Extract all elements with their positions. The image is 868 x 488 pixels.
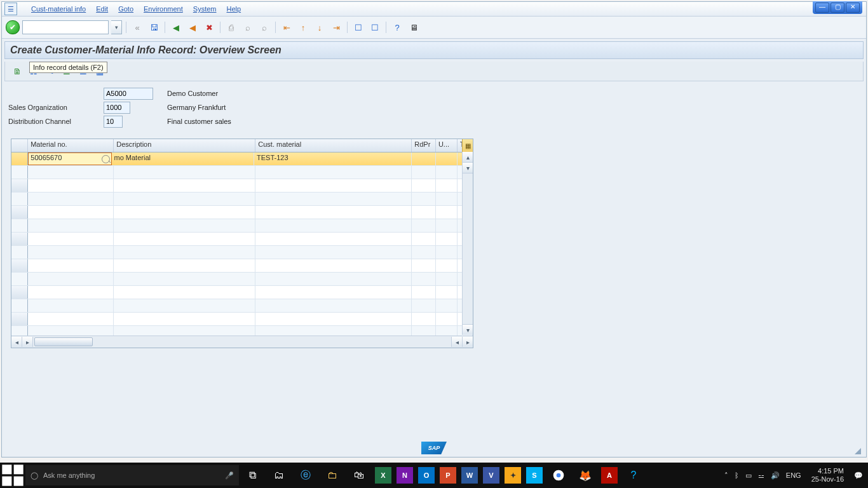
distch-field[interactable] xyxy=(104,116,123,128)
scroll-thumb[interactable] xyxy=(34,337,93,346)
app-menu-icon[interactable]: ☰ xyxy=(4,3,17,15)
col-uom[interactable]: U... xyxy=(436,139,458,152)
skype-icon[interactable]: S xyxy=(526,467,543,484)
resize-grip-icon[interactable] xyxy=(855,448,861,454)
info-record-details-button[interactable]: 🗎 xyxy=(10,64,24,78)
powerpoint-icon[interactable]: P xyxy=(440,467,456,484)
col-material[interactable]: Material no. xyxy=(28,139,114,152)
table-row[interactable] xyxy=(11,179,473,193)
chrome-icon[interactable] xyxy=(545,463,572,488)
enter-button[interactable]: ✔ xyxy=(6,20,20,34)
prev-page-icon[interactable]: ↑ xyxy=(296,20,310,34)
scroll-right2-icon[interactable]: ▸ xyxy=(462,337,473,347)
edge-icon[interactable]: ⓔ xyxy=(292,463,319,488)
command-dropdown[interactable]: ▾ xyxy=(111,20,122,34)
table-row[interactable] xyxy=(11,273,473,286)
col-rdpr[interactable]: RdPr xyxy=(412,139,436,152)
command-field[interactable] xyxy=(22,20,109,34)
action-center-icon[interactable]: 💬 xyxy=(854,471,863,480)
table-row[interactable] xyxy=(11,166,473,179)
folder-icon[interactable]: 🗀 xyxy=(319,463,346,488)
menu-system[interactable]: System xyxy=(193,2,217,16)
language-indicator[interactable]: ENG xyxy=(786,471,801,479)
scroll-left-icon[interactable]: ◂ xyxy=(11,337,22,347)
grid-config-button[interactable]: ▦ xyxy=(462,139,473,152)
print-icon[interactable]: ⎙ xyxy=(224,20,238,34)
table-row[interactable] xyxy=(11,299,473,313)
back-icon[interactable]: ◀ xyxy=(169,20,183,34)
table-row[interactable] xyxy=(11,206,473,219)
close-button[interactable]: ✕ xyxy=(846,3,860,13)
file-explorer-icon[interactable]: 🗂 xyxy=(266,463,292,488)
table-row[interactable] xyxy=(11,259,473,273)
task-view-icon[interactable]: ⧉ xyxy=(239,463,266,488)
find-icon[interactable]: ⌕ xyxy=(241,20,255,34)
table-row[interactable] xyxy=(11,313,473,326)
table-row[interactable] xyxy=(11,286,473,299)
excel-icon[interactable]: X xyxy=(375,467,391,484)
menu-help[interactable]: Help xyxy=(226,2,241,16)
cortana-icon: ◯ xyxy=(31,471,38,480)
new-session-icon[interactable]: ☐ xyxy=(351,20,365,34)
table-row[interactable]: 50065670 mo Material TEST-123 xyxy=(11,152,473,166)
visio-icon[interactable]: V xyxy=(483,467,499,484)
store-icon[interactable]: 🛍 xyxy=(346,463,372,488)
help-icon[interactable]: ? xyxy=(390,20,404,34)
mic-icon[interactable]: 🎤 xyxy=(225,471,234,480)
salesorg-field[interactable] xyxy=(104,102,130,114)
wifi-icon[interactable]: ⚍ xyxy=(758,471,764,480)
table-row[interactable] xyxy=(11,233,473,246)
minimize-button[interactable]: — xyxy=(815,3,829,13)
scroll-left2-icon[interactable]: ▸ xyxy=(22,337,33,347)
sap-logon-icon[interactable]: ✦ xyxy=(505,467,521,484)
clock-time: 4:15 PM xyxy=(811,467,844,475)
scroll-down-icon[interactable]: ▾ xyxy=(463,163,473,173)
save-icon[interactable]: 🖫 xyxy=(147,20,161,34)
scroll-bottom-icon[interactable]: ▾ xyxy=(463,324,473,335)
menu-goto[interactable]: Goto xyxy=(118,2,133,16)
cancel-icon[interactable]: ✖ xyxy=(202,20,216,34)
col-cust-material[interactable]: Cust. material xyxy=(255,139,412,152)
battery-icon[interactable]: ▭ xyxy=(745,471,752,480)
onenote-icon[interactable]: N xyxy=(397,467,413,484)
start-button[interactable] xyxy=(0,463,25,488)
grid-vertical-scrollbar[interactable]: ▴ ▾ ▾ xyxy=(462,152,473,335)
material-cell[interactable]: 50065670 xyxy=(28,152,111,165)
volume-icon[interactable]: 🔊 xyxy=(771,471,780,480)
adobe-reader-icon[interactable]: A xyxy=(601,467,618,484)
layout-icon[interactable]: 🖥 xyxy=(407,20,421,34)
outlook-icon[interactable]: O xyxy=(418,467,435,484)
material-grid[interactable]: Material no. Description Cust. material … xyxy=(11,139,473,348)
col-description[interactable]: Description xyxy=(114,139,255,152)
cust-material-cell[interactable]: TEST-123 xyxy=(254,152,412,165)
table-row[interactable] xyxy=(11,193,473,206)
table-row[interactable] xyxy=(11,326,473,336)
maximize-button[interactable]: ▢ xyxy=(831,3,844,13)
menu-cust-material[interactable]: Cust-material info xyxy=(31,2,86,16)
firefox-icon[interactable]: 🦊 xyxy=(572,463,599,488)
menu-environment[interactable]: Environment xyxy=(144,2,183,16)
first-page-icon[interactable]: ⇤ xyxy=(280,20,294,34)
exit-icon[interactable]: ◀ xyxy=(186,20,200,34)
bluetooth-icon[interactable]: ᛒ xyxy=(735,471,739,479)
scroll-up-icon[interactable]: ▴ xyxy=(463,152,473,163)
cortana-search[interactable]: ◯ Ask me anything 🎤 xyxy=(25,465,239,485)
scroll-right-icon[interactable]: ◂ xyxy=(451,337,462,347)
table-row[interactable] xyxy=(11,219,473,233)
next-page-icon[interactable]: ↓ xyxy=(313,20,327,34)
clock[interactable]: 4:15 PM 25-Nov-16 xyxy=(808,467,848,484)
back-double-icon[interactable]: « xyxy=(130,20,144,34)
standard-toolbar: ✔ ▾ « 🖫 ◀ ◀ ✖ ⎙ ⌕ ⌕ ⇤ ↑ ↓ ⇥ ☐ ☐ ? 🖥 xyxy=(2,17,866,39)
distch-label: Distribution Channel xyxy=(8,118,104,125)
table-row[interactable] xyxy=(11,246,473,259)
last-page-icon[interactable]: ⇥ xyxy=(329,20,343,34)
help-tray-icon[interactable]: ? xyxy=(620,463,647,488)
menu-edit[interactable]: Edit xyxy=(96,2,108,16)
description-cell[interactable]: mo Material xyxy=(112,152,255,165)
grid-horizontal-scrollbar[interactable]: ◂ ▸ ◂ ▸ xyxy=(11,336,473,348)
shortcut-icon[interactable]: ☐ xyxy=(368,20,382,34)
find-next-icon[interactable]: ⌕ xyxy=(257,20,271,34)
tray-chevron-icon[interactable]: ˄ xyxy=(724,471,728,480)
word-icon[interactable]: W xyxy=(461,467,478,484)
customer-field[interactable] xyxy=(104,88,153,100)
